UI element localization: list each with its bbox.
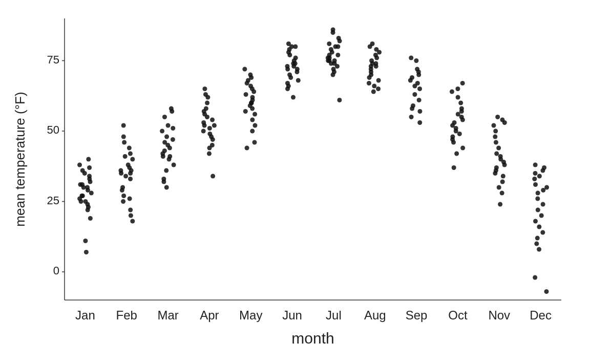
svg-text:Sep: Sep <box>406 308 428 322</box>
svg-point-250 <box>498 154 503 159</box>
svg-point-233 <box>459 106 464 111</box>
svg-point-93 <box>210 174 215 178</box>
svg-point-99 <box>207 132 212 136</box>
svg-point-219 <box>454 151 459 156</box>
svg-point-117 <box>252 123 257 127</box>
svg-point-256 <box>491 123 496 127</box>
svg-point-215 <box>415 67 419 71</box>
svg-point-272 <box>536 190 540 195</box>
svg-point-142 <box>287 72 292 77</box>
scatter-chart: 0255075JanFebMarAprMayJunJulAugSepOctNov… <box>13 8 577 356</box>
svg-text:Oct: Oct <box>448 308 468 322</box>
svg-point-161 <box>331 67 336 71</box>
svg-point-263 <box>534 241 539 246</box>
svg-point-52 <box>121 199 125 204</box>
svg-point-260 <box>544 289 549 294</box>
svg-point-258 <box>500 117 504 122</box>
svg-point-92 <box>169 106 174 111</box>
svg-point-87 <box>160 129 164 133</box>
svg-point-176 <box>327 41 331 46</box>
svg-point-43 <box>87 174 92 178</box>
svg-point-85 <box>171 137 175 142</box>
svg-text:mean temperature (°F): mean temperature (°F) <box>13 92 28 226</box>
svg-point-251 <box>494 151 499 156</box>
svg-point-47 <box>77 162 82 167</box>
svg-point-171 <box>335 53 340 57</box>
svg-point-126 <box>250 95 255 99</box>
svg-point-57 <box>128 177 133 181</box>
svg-point-173 <box>329 47 333 52</box>
svg-point-201 <box>417 120 422 125</box>
svg-point-270 <box>541 202 545 206</box>
svg-point-220 <box>460 145 465 150</box>
svg-point-56 <box>120 185 125 189</box>
svg-point-239 <box>498 202 502 206</box>
svg-point-207 <box>412 92 417 97</box>
svg-point-212 <box>410 75 414 80</box>
svg-point-281 <box>533 162 538 167</box>
svg-point-135 <box>242 67 247 71</box>
svg-point-253 <box>494 140 498 144</box>
svg-point-65 <box>130 157 135 161</box>
svg-point-139 <box>285 81 290 85</box>
svg-point-264 <box>535 235 540 240</box>
svg-point-96 <box>210 143 215 147</box>
svg-point-265 <box>540 230 545 234</box>
svg-text:Jul: Jul <box>326 308 342 322</box>
svg-point-49 <box>130 219 135 223</box>
svg-point-231 <box>456 112 460 116</box>
svg-point-136 <box>291 95 296 99</box>
svg-point-113 <box>202 87 207 91</box>
svg-point-198 <box>374 47 378 52</box>
svg-point-119 <box>252 112 257 116</box>
svg-point-276 <box>532 177 537 181</box>
svg-point-182 <box>376 87 381 91</box>
svg-point-238 <box>460 81 465 85</box>
svg-text:25: 25 <box>47 194 59 206</box>
svg-text:Jun: Jun <box>282 308 302 322</box>
svg-point-25 <box>83 239 88 243</box>
svg-point-116 <box>250 129 255 133</box>
svg-point-66 <box>123 154 128 159</box>
svg-point-202 <box>409 115 414 119</box>
svg-point-46 <box>87 165 92 170</box>
svg-text:Feb: Feb <box>116 308 137 322</box>
svg-point-105 <box>210 117 215 122</box>
svg-point-252 <box>496 145 501 150</box>
svg-point-72 <box>164 185 169 189</box>
svg-point-68 <box>127 145 132 150</box>
svg-point-200 <box>370 41 375 46</box>
svg-point-175 <box>335 44 340 49</box>
svg-point-266 <box>537 224 541 229</box>
svg-point-109 <box>204 106 208 111</box>
svg-text:Aug: Aug <box>364 308 386 322</box>
svg-point-45 <box>80 168 85 173</box>
svg-point-183 <box>372 83 376 88</box>
svg-point-147 <box>285 64 289 69</box>
svg-point-90 <box>162 115 167 119</box>
svg-point-237 <box>455 87 460 91</box>
svg-point-74 <box>161 177 166 181</box>
svg-point-262 <box>537 247 541 251</box>
svg-point-240 <box>500 190 504 195</box>
svg-point-277 <box>537 174 542 178</box>
svg-point-104 <box>201 120 206 125</box>
svg-point-130 <box>248 83 253 88</box>
svg-point-278 <box>533 171 537 176</box>
svg-point-259 <box>495 115 500 119</box>
svg-point-84 <box>162 140 167 144</box>
svg-text:month: month <box>291 330 334 347</box>
svg-point-30 <box>83 199 88 204</box>
svg-point-75 <box>164 168 168 173</box>
svg-point-34 <box>80 194 85 198</box>
svg-point-61 <box>118 168 123 173</box>
svg-point-241 <box>497 185 501 189</box>
svg-point-54 <box>121 194 126 198</box>
svg-point-178 <box>336 36 341 40</box>
svg-point-110 <box>205 100 209 105</box>
svg-point-236 <box>450 89 454 94</box>
svg-point-64 <box>126 162 131 167</box>
svg-point-58 <box>123 174 128 178</box>
svg-point-268 <box>539 213 544 218</box>
svg-point-50 <box>129 213 133 218</box>
